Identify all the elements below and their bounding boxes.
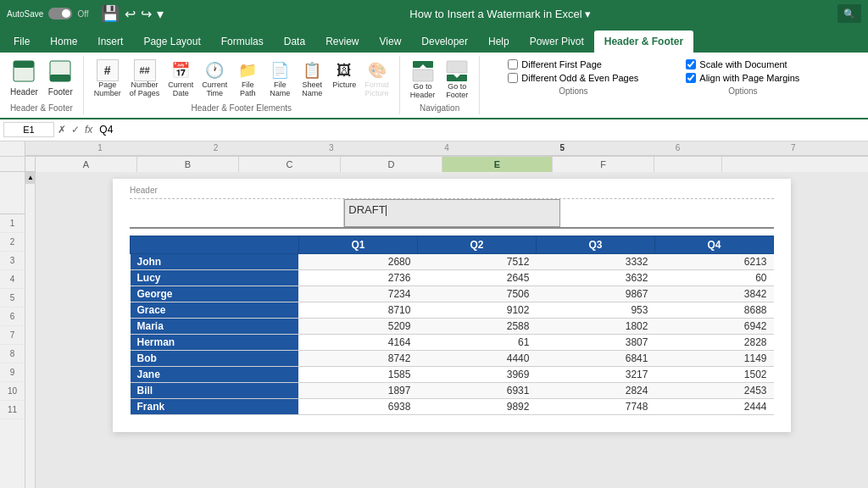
col-F[interactable]: F bbox=[553, 157, 654, 172]
different-first-page-input[interactable] bbox=[508, 59, 518, 69]
different-first-page-checkbox[interactable]: Different First Page bbox=[508, 59, 638, 69]
cell-q3-1[interactable]: 3632 bbox=[536, 269, 654, 286]
cell-q2-8[interactable]: 6931 bbox=[417, 382, 536, 398]
scroll-up[interactable]: ▲ bbox=[25, 172, 36, 184]
cell-q1-8[interactable]: 1897 bbox=[298, 382, 417, 398]
cell-q2-0[interactable]: 7512 bbox=[417, 253, 536, 269]
cell-q4-5[interactable]: 2828 bbox=[654, 334, 773, 350]
cell-q4-9[interactable]: 2444 bbox=[654, 398, 773, 414]
cell-q3-4[interactable]: 1802 bbox=[536, 318, 654, 334]
tab-insert[interactable]: Insert bbox=[87, 30, 133, 53]
cell-name-1[interactable]: Lucy bbox=[131, 269, 299, 286]
header-center-section[interactable]: DRAFT bbox=[344, 199, 559, 227]
cell-q4-3[interactable]: 8688 bbox=[654, 302, 773, 318]
tab-help[interactable]: Help bbox=[478, 30, 520, 53]
col-E[interactable]: E bbox=[442, 157, 553, 172]
cell-q3-6[interactable]: 6841 bbox=[536, 350, 654, 366]
cell-q1-3[interactable]: 8710 bbox=[298, 302, 417, 318]
cell-q2-7[interactable]: 3969 bbox=[417, 366, 536, 382]
formula-fx-icon[interactable]: fx bbox=[85, 124, 92, 136]
tab-review[interactable]: Review bbox=[315, 30, 369, 53]
number-of-pages-button[interactable]: ## Numberof Pages bbox=[126, 58, 164, 100]
cell-name-3[interactable]: Grace bbox=[131, 302, 299, 318]
cell-q1-9[interactable]: 6938 bbox=[298, 398, 417, 414]
footer-button[interactable]: Footer bbox=[45, 58, 76, 98]
cell-q1-4[interactable]: 5209 bbox=[298, 318, 417, 334]
cell-name-0[interactable]: John bbox=[131, 253, 299, 269]
tab-formulas[interactable]: Formulas bbox=[211, 30, 274, 53]
cell-q1-6[interactable]: 8742 bbox=[298, 350, 417, 366]
current-time-button[interactable]: 🕐 CurrentTime bbox=[198, 58, 231, 100]
cell-q3-2[interactable]: 9867 bbox=[536, 286, 654, 302]
cell-q3-7[interactable]: 3217 bbox=[536, 366, 654, 382]
formula-input[interactable] bbox=[97, 122, 865, 137]
cell-q3-9[interactable]: 7748 bbox=[536, 398, 654, 414]
cell-q3-0[interactable]: 3332 bbox=[536, 253, 654, 269]
cell-q4-8[interactable]: 2453 bbox=[654, 382, 773, 398]
scale-with-document-input[interactable] bbox=[686, 59, 696, 69]
tab-power-pivot[interactable]: Power Pivot bbox=[520, 30, 594, 53]
search-button[interactable]: 🔍 bbox=[837, 4, 861, 23]
page-number-button[interactable]: # PageNumber bbox=[91, 58, 125, 100]
header-button[interactable]: Header bbox=[7, 58, 42, 98]
cell-q1-0[interactable]: 2680 bbox=[298, 253, 417, 269]
cell-name-5[interactable]: Herman bbox=[131, 334, 299, 350]
undo-icon[interactable]: ↩ bbox=[125, 6, 136, 22]
align-with-margins-input[interactable] bbox=[686, 73, 696, 83]
cell-q2-4[interactable]: 2588 bbox=[417, 318, 536, 334]
cell-q1-1[interactable]: 2736 bbox=[298, 269, 417, 286]
save-icon[interactable]: 💾 bbox=[101, 4, 120, 23]
sheet-name-button[interactable]: 📋 SheetName bbox=[297, 58, 327, 100]
go-to-header-button[interactable]: Go toHeader bbox=[407, 58, 439, 102]
cell-reference-input[interactable] bbox=[3, 122, 54, 137]
align-with-margins-checkbox[interactable]: Align with Page Margins bbox=[686, 73, 799, 83]
cell-name-8[interactable]: Bill bbox=[131, 382, 299, 398]
cell-q3-8[interactable]: 2824 bbox=[536, 382, 654, 398]
cell-q4-0[interactable]: 6213 bbox=[654, 253, 773, 269]
file-name-button[interactable]: 📄 FileName bbox=[264, 58, 295, 100]
file-path-button[interactable]: 📁 FilePath bbox=[232, 58, 263, 100]
cell-q3-3[interactable]: 953 bbox=[536, 302, 654, 318]
cell-q4-7[interactable]: 1502 bbox=[654, 366, 773, 382]
col-G[interactable] bbox=[654, 157, 722, 172]
tab-developer[interactable]: Developer bbox=[411, 30, 478, 53]
tab-view[interactable]: View bbox=[370, 30, 412, 53]
go-to-footer-button[interactable]: Go toFooter bbox=[442, 58, 472, 102]
cell-name-7[interactable]: Jane bbox=[131, 366, 299, 382]
col-C[interactable]: C bbox=[239, 157, 341, 172]
tab-page-layout[interactable]: Page Layout bbox=[133, 30, 210, 53]
tab-home[interactable]: Home bbox=[40, 30, 87, 53]
cell-name-2[interactable]: George bbox=[131, 286, 299, 302]
customize-icon[interactable]: ▾ bbox=[157, 6, 164, 22]
different-odd-even-checkbox[interactable]: Different Odd & Even Pages bbox=[508, 73, 638, 83]
tab-header-footer[interactable]: Header & Footer bbox=[594, 30, 693, 53]
cell-q1-2[interactable]: 7234 bbox=[298, 286, 417, 302]
header-left-section[interactable] bbox=[130, 199, 344, 227]
tab-data[interactable]: Data bbox=[274, 30, 315, 53]
picture-button[interactable]: 🖼 Picture bbox=[329, 58, 359, 92]
autosave-toggle[interactable] bbox=[48, 8, 72, 19]
cell-name-9[interactable]: Frank bbox=[131, 398, 299, 414]
cell-q3-5[interactable]: 3807 bbox=[536, 334, 654, 350]
cell-q4-4[interactable]: 6942 bbox=[654, 318, 773, 334]
different-odd-even-input[interactable] bbox=[508, 73, 518, 83]
current-date-button[interactable]: 📅 CurrentDate bbox=[164, 58, 197, 100]
cell-q1-5[interactable]: 4164 bbox=[298, 334, 417, 350]
formula-check-icon[interactable]: ✓ bbox=[71, 124, 80, 136]
format-picture-button[interactable]: 🎨 FormatPicture bbox=[361, 58, 392, 100]
col-B[interactable]: B bbox=[137, 157, 239, 172]
formula-x-icon[interactable]: ✗ bbox=[58, 124, 66, 136]
col-D[interactable]: D bbox=[341, 157, 442, 172]
cell-q2-1[interactable]: 2645 bbox=[417, 269, 536, 286]
header-right-section[interactable] bbox=[560, 199, 774, 227]
cell-q2-5[interactable]: 61 bbox=[417, 334, 536, 350]
cell-name-6[interactable]: Bob bbox=[131, 350, 299, 366]
cell-q2-2[interactable]: 7506 bbox=[417, 286, 536, 302]
cell-q4-6[interactable]: 1149 bbox=[654, 350, 773, 366]
cell-q2-6[interactable]: 4440 bbox=[417, 350, 536, 366]
col-A[interactable]: A bbox=[36, 157, 137, 172]
cell-q1-7[interactable]: 1585 bbox=[298, 366, 417, 382]
tab-file[interactable]: File bbox=[3, 30, 40, 53]
cell-q2-9[interactable]: 9892 bbox=[417, 398, 536, 414]
cell-q4-1[interactable]: 60 bbox=[654, 269, 773, 286]
